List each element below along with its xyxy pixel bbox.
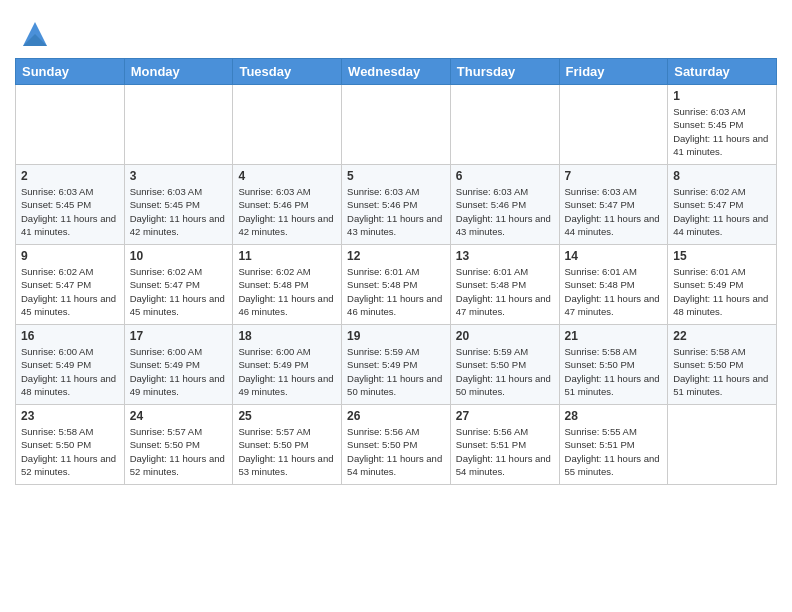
day-number: 1 bbox=[673, 89, 771, 103]
day-detail: Sunrise: 5:59 AM Sunset: 5:49 PM Dayligh… bbox=[347, 345, 445, 398]
day-detail: Sunrise: 6:03 AM Sunset: 5:47 PM Dayligh… bbox=[565, 185, 663, 238]
calendar-cell: 16Sunrise: 6:00 AM Sunset: 5:49 PM Dayli… bbox=[16, 325, 125, 405]
day-detail: Sunrise: 5:56 AM Sunset: 5:50 PM Dayligh… bbox=[347, 425, 445, 478]
calendar-cell: 10Sunrise: 6:02 AM Sunset: 5:47 PM Dayli… bbox=[124, 245, 233, 325]
day-detail: Sunrise: 5:58 AM Sunset: 5:50 PM Dayligh… bbox=[565, 345, 663, 398]
day-number: 9 bbox=[21, 249, 119, 263]
calendar-week-3: 9Sunrise: 6:02 AM Sunset: 5:47 PM Daylig… bbox=[16, 245, 777, 325]
day-number: 7 bbox=[565, 169, 663, 183]
calendar-week-2: 2Sunrise: 6:03 AM Sunset: 5:45 PM Daylig… bbox=[16, 165, 777, 245]
logo-icon bbox=[19, 18, 51, 50]
calendar-cell: 11Sunrise: 6:02 AM Sunset: 5:48 PM Dayli… bbox=[233, 245, 342, 325]
calendar-cell bbox=[450, 85, 559, 165]
calendar-cell: 5Sunrise: 6:03 AM Sunset: 5:46 PM Daylig… bbox=[342, 165, 451, 245]
day-number: 28 bbox=[565, 409, 663, 423]
day-number: 11 bbox=[238, 249, 336, 263]
day-detail: Sunrise: 5:55 AM Sunset: 5:51 PM Dayligh… bbox=[565, 425, 663, 478]
calendar-cell: 26Sunrise: 5:56 AM Sunset: 5:50 PM Dayli… bbox=[342, 405, 451, 485]
calendar-cell: 20Sunrise: 5:59 AM Sunset: 5:50 PM Dayli… bbox=[450, 325, 559, 405]
day-number: 2 bbox=[21, 169, 119, 183]
calendar-cell bbox=[233, 85, 342, 165]
calendar-cell bbox=[668, 405, 777, 485]
day-detail: Sunrise: 5:58 AM Sunset: 5:50 PM Dayligh… bbox=[21, 425, 119, 478]
day-detail: Sunrise: 6:01 AM Sunset: 5:48 PM Dayligh… bbox=[347, 265, 445, 318]
calendar-header: SundayMondayTuesdayWednesdayThursdayFrid… bbox=[16, 59, 777, 85]
calendar-cell: 2Sunrise: 6:03 AM Sunset: 5:45 PM Daylig… bbox=[16, 165, 125, 245]
day-number: 15 bbox=[673, 249, 771, 263]
day-number: 17 bbox=[130, 329, 228, 343]
weekday-header-saturday: Saturday bbox=[668, 59, 777, 85]
day-detail: Sunrise: 5:59 AM Sunset: 5:50 PM Dayligh… bbox=[456, 345, 554, 398]
day-number: 20 bbox=[456, 329, 554, 343]
calendar-body: 1Sunrise: 6:03 AM Sunset: 5:45 PM Daylig… bbox=[16, 85, 777, 485]
calendar-week-1: 1Sunrise: 6:03 AM Sunset: 5:45 PM Daylig… bbox=[16, 85, 777, 165]
day-detail: Sunrise: 6:03 AM Sunset: 5:46 PM Dayligh… bbox=[238, 185, 336, 238]
day-detail: Sunrise: 6:00 AM Sunset: 5:49 PM Dayligh… bbox=[238, 345, 336, 398]
day-number: 14 bbox=[565, 249, 663, 263]
weekday-header-wednesday: Wednesday bbox=[342, 59, 451, 85]
day-number: 16 bbox=[21, 329, 119, 343]
day-detail: Sunrise: 6:03 AM Sunset: 5:46 PM Dayligh… bbox=[456, 185, 554, 238]
day-detail: Sunrise: 6:03 AM Sunset: 5:45 PM Dayligh… bbox=[673, 105, 771, 158]
calendar-cell: 17Sunrise: 6:00 AM Sunset: 5:49 PM Dayli… bbox=[124, 325, 233, 405]
day-detail: Sunrise: 6:00 AM Sunset: 5:49 PM Dayligh… bbox=[130, 345, 228, 398]
day-number: 26 bbox=[347, 409, 445, 423]
calendar-cell: 4Sunrise: 6:03 AM Sunset: 5:46 PM Daylig… bbox=[233, 165, 342, 245]
day-detail: Sunrise: 5:57 AM Sunset: 5:50 PM Dayligh… bbox=[130, 425, 228, 478]
day-number: 23 bbox=[21, 409, 119, 423]
day-number: 27 bbox=[456, 409, 554, 423]
day-number: 4 bbox=[238, 169, 336, 183]
day-number: 5 bbox=[347, 169, 445, 183]
calendar-week-5: 23Sunrise: 5:58 AM Sunset: 5:50 PM Dayli… bbox=[16, 405, 777, 485]
day-detail: Sunrise: 6:02 AM Sunset: 5:48 PM Dayligh… bbox=[238, 265, 336, 318]
calendar-cell: 14Sunrise: 6:01 AM Sunset: 5:48 PM Dayli… bbox=[559, 245, 668, 325]
day-number: 6 bbox=[456, 169, 554, 183]
day-detail: Sunrise: 6:03 AM Sunset: 5:45 PM Dayligh… bbox=[130, 185, 228, 238]
page: SundayMondayTuesdayWednesdayThursdayFrid… bbox=[0, 0, 792, 500]
day-number: 10 bbox=[130, 249, 228, 263]
weekday-header-sunday: Sunday bbox=[16, 59, 125, 85]
day-detail: Sunrise: 6:02 AM Sunset: 5:47 PM Dayligh… bbox=[130, 265, 228, 318]
day-detail: Sunrise: 5:58 AM Sunset: 5:50 PM Dayligh… bbox=[673, 345, 771, 398]
day-detail: Sunrise: 6:03 AM Sunset: 5:46 PM Dayligh… bbox=[347, 185, 445, 238]
day-number: 24 bbox=[130, 409, 228, 423]
weekday-header-thursday: Thursday bbox=[450, 59, 559, 85]
day-number: 19 bbox=[347, 329, 445, 343]
day-detail: Sunrise: 6:02 AM Sunset: 5:47 PM Dayligh… bbox=[21, 265, 119, 318]
calendar-cell bbox=[342, 85, 451, 165]
calendar-cell bbox=[124, 85, 233, 165]
day-number: 21 bbox=[565, 329, 663, 343]
day-detail: Sunrise: 6:03 AM Sunset: 5:45 PM Dayligh… bbox=[21, 185, 119, 238]
calendar-cell: 3Sunrise: 6:03 AM Sunset: 5:45 PM Daylig… bbox=[124, 165, 233, 245]
calendar-cell: 8Sunrise: 6:02 AM Sunset: 5:47 PM Daylig… bbox=[668, 165, 777, 245]
calendar-cell bbox=[16, 85, 125, 165]
calendar-cell: 27Sunrise: 5:56 AM Sunset: 5:51 PM Dayli… bbox=[450, 405, 559, 485]
calendar-cell: 12Sunrise: 6:01 AM Sunset: 5:48 PM Dayli… bbox=[342, 245, 451, 325]
logo bbox=[15, 18, 51, 50]
calendar-cell: 1Sunrise: 6:03 AM Sunset: 5:45 PM Daylig… bbox=[668, 85, 777, 165]
day-detail: Sunrise: 5:56 AM Sunset: 5:51 PM Dayligh… bbox=[456, 425, 554, 478]
calendar-cell: 23Sunrise: 5:58 AM Sunset: 5:50 PM Dayli… bbox=[16, 405, 125, 485]
day-number: 25 bbox=[238, 409, 336, 423]
day-detail: Sunrise: 5:57 AM Sunset: 5:50 PM Dayligh… bbox=[238, 425, 336, 478]
weekday-header-friday: Friday bbox=[559, 59, 668, 85]
day-detail: Sunrise: 6:01 AM Sunset: 5:49 PM Dayligh… bbox=[673, 265, 771, 318]
calendar-cell bbox=[559, 85, 668, 165]
calendar-cell: 21Sunrise: 5:58 AM Sunset: 5:50 PM Dayli… bbox=[559, 325, 668, 405]
day-detail: Sunrise: 6:02 AM Sunset: 5:47 PM Dayligh… bbox=[673, 185, 771, 238]
calendar-cell: 6Sunrise: 6:03 AM Sunset: 5:46 PM Daylig… bbox=[450, 165, 559, 245]
calendar-cell: 15Sunrise: 6:01 AM Sunset: 5:49 PM Dayli… bbox=[668, 245, 777, 325]
calendar-cell: 18Sunrise: 6:00 AM Sunset: 5:49 PM Dayli… bbox=[233, 325, 342, 405]
weekday-row: SundayMondayTuesdayWednesdayThursdayFrid… bbox=[16, 59, 777, 85]
day-number: 22 bbox=[673, 329, 771, 343]
calendar-cell: 7Sunrise: 6:03 AM Sunset: 5:47 PM Daylig… bbox=[559, 165, 668, 245]
day-number: 12 bbox=[347, 249, 445, 263]
day-number: 13 bbox=[456, 249, 554, 263]
calendar-week-4: 16Sunrise: 6:00 AM Sunset: 5:49 PM Dayli… bbox=[16, 325, 777, 405]
calendar-table: SundayMondayTuesdayWednesdayThursdayFrid… bbox=[15, 58, 777, 485]
weekday-header-tuesday: Tuesday bbox=[233, 59, 342, 85]
calendar-cell: 22Sunrise: 5:58 AM Sunset: 5:50 PM Dayli… bbox=[668, 325, 777, 405]
header bbox=[15, 10, 777, 50]
calendar-cell: 24Sunrise: 5:57 AM Sunset: 5:50 PM Dayli… bbox=[124, 405, 233, 485]
day-number: 3 bbox=[130, 169, 228, 183]
